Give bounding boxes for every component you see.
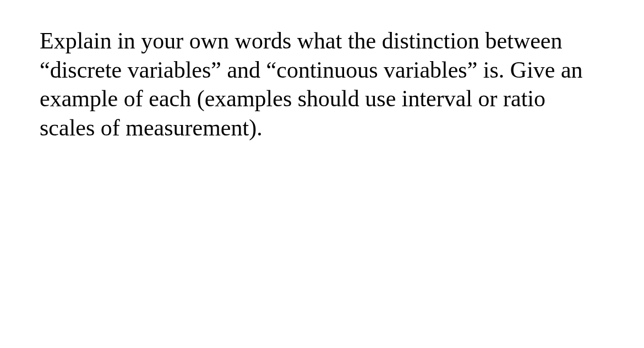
question-text: Explain in your own words what the disti… [40, 26, 601, 142]
